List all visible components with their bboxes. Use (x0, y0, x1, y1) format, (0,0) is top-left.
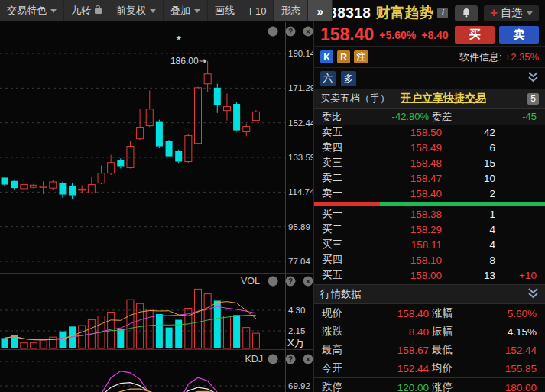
change-percent: +5.60% (379, 29, 416, 41)
info-icon[interactable]: i (437, 8, 448, 18)
stat-value: 5.60% (475, 308, 537, 319)
alert-bell-button[interactable] (455, 5, 478, 21)
lock-icon (95, 8, 102, 14)
pattern-button[interactable]: 形态 (274, 0, 308, 21)
level-label: 卖五 (322, 125, 360, 139)
gear-icon[interactable] (268, 277, 278, 287)
price-axis-tick: 190.14 (288, 49, 313, 58)
level-qty: 10 (442, 173, 495, 184)
market-data-row: 现价158.40涨幅5.60% (314, 304, 545, 322)
collapse-chevron[interactable] (527, 72, 539, 86)
stock-tag-badge[interactable]: 多 (341, 71, 356, 86)
level-count-badge[interactable]: 5 (527, 93, 539, 105)
double-chevron-down-icon (527, 72, 539, 83)
tag-row: 六多 (314, 67, 545, 89)
level-label: 买一 (322, 207, 360, 221)
expand-button[interactable]: » (308, 0, 332, 21)
last-price: 158.40 (320, 24, 374, 45)
help-icon[interactable]: ? (286, 355, 296, 364)
weibi-row: 委比 -42.80% 委差 -45 (314, 109, 545, 125)
stat-label: 跌停 (322, 381, 368, 392)
chart-toolbar: 交易特色九转前复权叠加画线F10形态» (0, 0, 313, 22)
level-price: 158.38 (360, 209, 442, 220)
forward-adjust-button[interactable]: 前复权 (109, 0, 164, 21)
bell-icon (461, 8, 472, 18)
draw-line-button[interactable]: 画线 (208, 0, 242, 21)
caret-down-icon (150, 9, 156, 13)
price-axis-tick: 133.59 (288, 153, 313, 162)
market-data-header: 行情数据 (314, 284, 545, 304)
stat-value: 8.40 (368, 326, 429, 338)
indicator-badge-r[interactable]: R (337, 50, 350, 63)
sell-level-row[interactable]: 卖四158.496 (314, 140, 545, 155)
buy-level-row[interactable]: 买五158.0013+10 (314, 267, 545, 283)
sell-button[interactable]: 卖 (499, 26, 539, 44)
double-chevron-down-icon (527, 288, 539, 299)
level-qty: 15 (442, 157, 495, 169)
buy-level-row[interactable]: 买四158.108 (314, 252, 545, 267)
sell-level-row[interactable]: 卖一158.402 (314, 186, 545, 201)
help-icon[interactable]: ? (286, 277, 296, 287)
close-icon[interactable]: × (303, 27, 313, 37)
buy-level-row[interactable]: 买三158.114 (314, 237, 545, 252)
sell-level-row[interactable]: 卖三158.4815 (314, 155, 545, 170)
indicator-badge-注[interactable]: 注 (354, 50, 368, 63)
stat-value: 152.44 (368, 363, 429, 374)
stat-value: 158.40 (368, 308, 429, 319)
weibi-value: -42.80% (368, 111, 429, 122)
level-extra: +10 (495, 270, 537, 281)
stock-tag-badge[interactable]: 六 (320, 71, 336, 86)
f10-button[interactable]: F10 (242, 0, 274, 21)
level-price: 158.11 (360, 239, 442, 251)
weicha-value: -45 (475, 111, 537, 122)
sell-levels: 卖五158.5042卖四158.496卖三158.4815卖二158.4710卖… (314, 125, 545, 201)
help-icon[interactable]: ? (286, 27, 296, 37)
buy-ratio-segment (380, 202, 545, 206)
forward-adjust-label: 前复权 (116, 4, 146, 18)
pattern-label: 形态 (281, 4, 300, 18)
collapse-chevron[interactable] (527, 288, 539, 301)
overlay-label: 叠加 (170, 4, 190, 18)
candlestick-chart[interactable]: 190.14171.29152.44133.59114.7495.8977.04… (0, 0, 313, 392)
close-icon[interactable]: × (303, 277, 313, 287)
level-qty: 8 (442, 254, 495, 266)
nine-turn-button[interactable]: 九转 (64, 0, 109, 21)
open-account-link[interactable]: 开户立享快捷交易 (401, 92, 486, 105)
stat-label: 今开 (322, 361, 368, 375)
svg-text:?: ? (288, 28, 293, 36)
level-label: 卖二 (322, 171, 360, 185)
trade-features-button[interactable]: 交易特色 (0, 0, 64, 21)
order-book-title: 买卖五档（手） (320, 92, 390, 105)
stat-value: 158.67 (368, 345, 429, 356)
volume-axis-tick: 2.15 (288, 326, 305, 335)
stat-label: 涨跌 (322, 325, 368, 339)
level-label: 卖一 (322, 186, 360, 200)
sell-level-row[interactable]: 卖二158.4710 (314, 170, 545, 186)
nine-turn-label: 九转 (71, 4, 91, 18)
add-watchlist-button[interactable]: + 自选 (484, 5, 539, 21)
watchlist-label: 自选 (501, 6, 522, 20)
kdj-axis-tick: 69.92 (288, 381, 310, 390)
kdj-pane-label: KDJ (245, 354, 263, 364)
indicator-badge-k[interactable]: K (320, 50, 333, 63)
gear-icon[interactable] (268, 27, 278, 37)
overlay-button[interactable]: 叠加 (164, 0, 208, 21)
sell-ratio-segment (314, 202, 380, 206)
svg-text:×: × (306, 28, 310, 36)
svg-text:?: ? (288, 355, 293, 364)
stat-label: 均价 (429, 361, 475, 375)
market-data-title: 行情数据 (320, 287, 362, 301)
gear-icon[interactable] (268, 355, 278, 364)
close-icon[interactable]: × (303, 355, 313, 364)
price-header-row: 158.40 +5.60% +8.40 买 卖 (314, 24, 545, 46)
sell-level-row[interactable]: 卖五158.5042 (314, 125, 545, 140)
stat-label: 涨停 (429, 381, 475, 392)
stat-label: 最低 (429, 343, 475, 357)
buy-button[interactable]: 买 (455, 26, 495, 44)
buy-level-row[interactable]: 买二158.294 (314, 222, 545, 237)
buy-level-row[interactable]: 买一158.381 (314, 206, 545, 222)
stock-name: 财富趋势 (375, 3, 433, 23)
level-label: 买五 (322, 268, 360, 282)
level-qty: 42 (442, 127, 495, 138)
svg-text:?: ? (288, 277, 293, 286)
